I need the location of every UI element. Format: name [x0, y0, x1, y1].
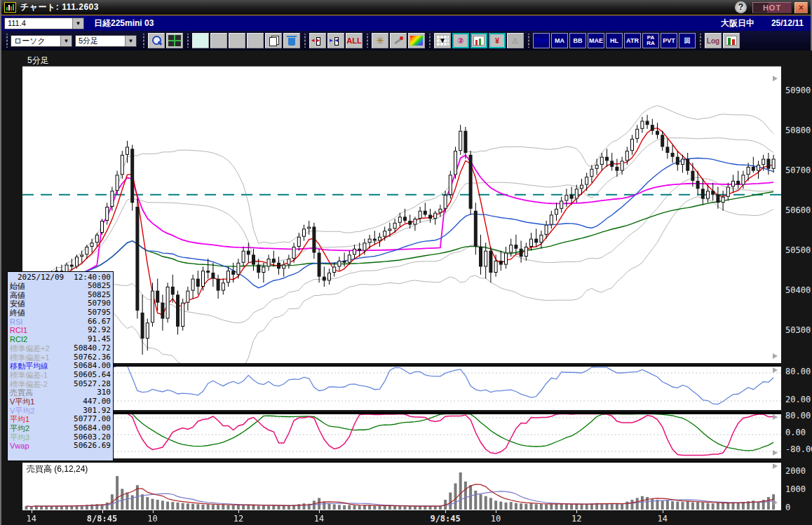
tooltip-row: 終値50795 [8, 308, 113, 318]
toolbar-grip [186, 34, 189, 48]
time-tick-mark [319, 510, 320, 513]
color-palette-icon [410, 36, 423, 46]
candle-expand-icon[interactable] [309, 33, 326, 48]
volume-tick-label: 1000 [785, 484, 806, 494]
draw-pencil-icon[interactable] [192, 33, 209, 48]
bollinger-multi-button[interactable]: 雲BB [533, 33, 550, 48]
panel-scroll-arrow[interactable] [773, 76, 778, 81]
toolbar-grip [698, 34, 702, 48]
panel-scroll-arrow[interactable] [773, 450, 778, 456]
export-chart-icon[interactable] [434, 33, 451, 48]
toolbar-grip [142, 34, 145, 48]
hl-button[interactable]: HL [606, 33, 623, 48]
volume-tick-label: 2000 [785, 466, 806, 476]
rci-canvas[interactable] [22, 414, 781, 458]
alert-icon[interactable]: ⚠ [507, 33, 524, 48]
hot-button[interactable]: HOT [752, 2, 792, 13]
tooltip-row: 始値50825 [8, 282, 113, 291]
time-tick-label: 12 [234, 514, 243, 524]
time-tick-label: 14 [314, 514, 324, 524]
trash-icon [286, 35, 297, 46]
toolbar-grip [5, 34, 8, 48]
time-tick-label: 12 [571, 514, 581, 524]
panel-scroll-arrow[interactable] [773, 414, 778, 420]
panel-scroll-arrow[interactable] [773, 353, 778, 359]
bb-button[interactable]: BB [569, 33, 586, 48]
copy-icon [268, 35, 279, 46]
panel-scroll-arrow[interactable] [773, 367, 778, 373]
session-label: 大阪日中 [721, 18, 755, 29]
panel-scroll-arrow[interactable] [773, 500, 778, 505]
chart-type-dropdown-icon[interactable]: ▼ [60, 36, 72, 46]
toolbar: ローソク ▼ 5分足 ▼ ALL✳②¥⚠雲BBMABBMAEHLATRPA RA… [1, 31, 811, 50]
time-tick-mark [238, 510, 239, 513]
time-axis: 148/8:451012149/8:45101214 [1, 510, 812, 525]
yen-rate-icon[interactable]: ¥ [489, 33, 506, 48]
undo-icon[interactable] [247, 33, 264, 48]
timeframe-dropdown-icon[interactable]: ▼ [125, 36, 136, 46]
rsi-canvas[interactable] [22, 367, 781, 410]
volume-canvas[interactable] [22, 463, 781, 510]
zoom-icon[interactable] [148, 33, 165, 48]
price-combo-dropdown-icon[interactable]: ▼ [72, 18, 83, 29]
tools-wrench-icon[interactable] [390, 33, 407, 48]
tooltip-row: Vwap50626.69 [8, 442, 113, 451]
close-button[interactable]: × [794, 2, 808, 13]
ma-button[interactable]: MA [551, 33, 568, 48]
frame-button[interactable]: 回 [679, 33, 696, 48]
trade-date-label: 25/12/11 [771, 18, 804, 28]
toolbar-grip [428, 34, 431, 48]
mini-chart-icon[interactable] [471, 33, 487, 48]
settings-gear-icon[interactable]: ✳ [372, 33, 388, 48]
time-tick-label: 10 [147, 514, 157, 524]
color-palette-icon[interactable] [408, 33, 425, 48]
crosshair-icon[interactable] [166, 33, 183, 48]
para-button[interactable]: PA RA [642, 33, 659, 48]
rci-tick-label: -80.00 [785, 444, 812, 454]
export-chart-icon [436, 35, 449, 46]
chart-type-value[interactable]: ローソク [11, 36, 60, 46]
price-chart-canvas[interactable] [22, 67, 781, 363]
chart-window: チャート: 111.2603 ? HOT × 111.4 ▼ 日経225mini… [0, 0, 812, 525]
rci-panel[interactable] [22, 412, 781, 458]
price-tick-label: 50600 [785, 205, 811, 215]
settings-gear-icon: ✳ [374, 35, 386, 46]
time-tick-mark [32, 510, 32, 513]
price-tick-label: 50500 [785, 245, 811, 255]
mini-chart-icon [473, 36, 485, 46]
log-scale-button[interactable]: Log [705, 33, 722, 48]
zoom-preset-icon[interactable]: ② [452, 33, 469, 48]
select-cursor-icon[interactable] [229, 33, 245, 48]
price-tick-label: 50400 [785, 285, 811, 295]
candle-shrink-icon[interactable] [327, 33, 344, 48]
price-combo[interactable]: 111.4 ▼ [4, 18, 84, 29]
panel-scroll-arrow[interactable] [773, 463, 778, 469]
price-tick-label: 50700 [785, 165, 811, 175]
chart-type-combo[interactable]: ローソク ▼ [11, 35, 72, 47]
tooltip-row: V平均1447.00 [8, 397, 113, 407]
atr-button[interactable]: ATR [624, 33, 641, 48]
help-button[interactable]: ? [735, 1, 747, 13]
time-tick-mark [102, 510, 103, 513]
pvt-button[interactable]: PVT [661, 33, 677, 48]
rsi-tick-label: 80.00 [785, 367, 811, 376]
mae-button[interactable]: MAE [588, 33, 604, 48]
tooltip-row: 標準偏差-150605.64 [8, 371, 113, 380]
chart-style-icon[interactable] [723, 33, 740, 48]
trash-icon[interactable] [283, 33, 300, 48]
price-combo-value[interactable]: 111.4 [5, 18, 72, 29]
copy-icon[interactable] [265, 33, 282, 48]
trendline-icon[interactable] [210, 33, 227, 48]
time-tick-mark [663, 510, 663, 513]
show-all-button[interactable]: ALL [346, 33, 363, 48]
title-bar: チャート: 111.2603 ? HOT × [1, 0, 811, 15]
rsi-panel[interactable] [22, 365, 781, 410]
volume-panel[interactable]: 売買高 (6,12,24) [22, 461, 781, 510]
timeframe-value[interactable]: 5分足 [76, 36, 125, 46]
main-price-panel[interactable] [22, 66, 781, 363]
instrument-label: 日経225mini 03 [94, 18, 154, 29]
time-tick-mark [496, 510, 496, 513]
tools-wrench-icon [393, 35, 404, 46]
timeframe-combo[interactable]: 5分足 ▼ [75, 35, 137, 47]
toolbar-grip [527, 34, 530, 48]
